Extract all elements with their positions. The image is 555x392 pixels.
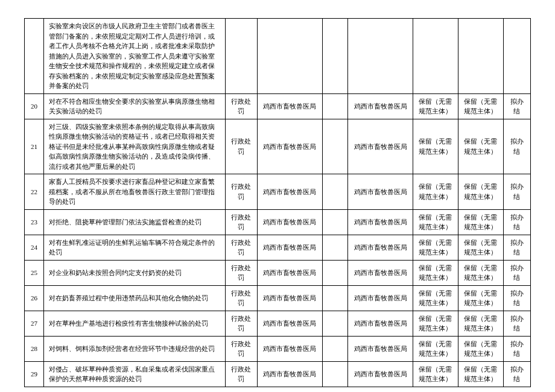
row-type: 行政处罚 bbox=[225, 119, 258, 174]
row-dept-2: 鸡西市畜牧兽医局 bbox=[348, 209, 413, 235]
row-type: 行政处罚 bbox=[225, 174, 258, 210]
row-type: 行政处罚 bbox=[225, 336, 258, 361]
row-result: 拟办结 bbox=[503, 361, 530, 387]
row-result: 拟办结 bbox=[503, 209, 530, 235]
table-row: 23对拒绝、阻挠草种管理部门依法实施监督检查的处罚行政处罚鸡西市畜牧兽医局鸡西市… bbox=[25, 209, 531, 235]
row-description: 对侵占、破坏草种种质资源，私自采集或者采伐国家重点保护的天然草种种质资源的处罚 bbox=[44, 361, 225, 387]
row-dept-1: 鸡西市畜牧兽医局 bbox=[258, 260, 322, 285]
row-keep-1 bbox=[413, 19, 458, 94]
row-index bbox=[25, 19, 44, 94]
row-description: 对有生鲜乳准运证明的生鲜乳运输车辆不符合规定条件的处罚 bbox=[44, 235, 225, 260]
row-type: 行政处罚 bbox=[225, 285, 258, 311]
row-description: 家畜人工授精员不按要求进行家畜品种登记和建立家畜繁殖档案，或者不服从所在地畜牧兽… bbox=[44, 174, 225, 210]
row-keep-2 bbox=[458, 19, 503, 94]
row-dept-1: 鸡西市畜牧兽医局 bbox=[258, 361, 322, 387]
row-keep-2: 保留（无需规范主体） bbox=[458, 311, 503, 336]
row-blank bbox=[322, 311, 348, 336]
row-keep-2: 保留（无需规范主体） bbox=[458, 209, 503, 235]
row-dept-1: 鸡西市畜牧兽医局 bbox=[258, 174, 322, 210]
row-dept-2: 鸡西市畜牧兽医局 bbox=[348, 119, 413, 174]
row-index: 25 bbox=[25, 260, 44, 285]
row-index: 26 bbox=[25, 285, 44, 311]
table-row: 29对侵占、破坏草种种质资源，私自采集或者采伐国家重点保护的天然草种种质资源的处… bbox=[25, 361, 531, 387]
row-type: 行政处罚 bbox=[225, 209, 258, 235]
row-keep-2: 保留（无需规范主体） bbox=[458, 285, 503, 311]
row-dept-1: 鸡西市畜牧兽医局 bbox=[258, 119, 322, 174]
row-index: 20 bbox=[25, 93, 44, 119]
row-dept-2: 鸡西市畜牧兽医局 bbox=[348, 336, 413, 361]
row-dept-1: 鸡西市畜牧兽医局 bbox=[258, 285, 322, 311]
row-type: 行政处罚 bbox=[225, 93, 258, 119]
row-keep-2: 保留（无需规范主体） bbox=[458, 260, 503, 285]
table-row: 22家畜人工授精员不按要求进行家畜品种登记和建立家畜繁殖档案，或者不服从所在地畜… bbox=[25, 174, 531, 210]
row-keep-2: 保留（无需规范主体） bbox=[458, 93, 503, 119]
row-index: 28 bbox=[25, 336, 44, 361]
table-row: 实验室未向设区的市级人民政府卫生主管部门或者兽医主管部门备案的，未依照规定定期对… bbox=[25, 19, 531, 94]
row-dept-2: 鸡西市畜牧兽医局 bbox=[348, 361, 413, 387]
row-keep-1: 保留（无需规范主体） bbox=[413, 209, 458, 235]
row-dept-2: 鸡西市畜牧兽医局 bbox=[348, 260, 413, 285]
row-keep-1: 保留（无需规范主体） bbox=[413, 285, 458, 311]
table-row: 24对有生鲜乳准运证明的生鲜乳运输车辆不符合规定条件的处罚行政处罚鸡西市畜牧兽医… bbox=[25, 235, 531, 260]
row-dept-1: 鸡西市畜牧兽医局 bbox=[258, 235, 322, 260]
row-dept-2: 鸡西市畜牧兽医局 bbox=[348, 235, 413, 260]
row-blank bbox=[322, 209, 348, 235]
row-dept-1: 鸡西市畜牧兽医局 bbox=[258, 311, 322, 336]
row-description: 对拒绝、阻挠草种管理部门依法实施监督检查的处罚 bbox=[44, 209, 225, 235]
row-blank bbox=[322, 174, 348, 210]
row-keep-2: 保留（无需规范主体） bbox=[458, 235, 503, 260]
row-description: 实验室未向设区的市级人民政府卫生主管部门或者兽医主管部门备案的，未依照规定定期对… bbox=[44, 19, 225, 94]
row-result: 拟办结 bbox=[503, 336, 530, 361]
row-dept-1 bbox=[258, 19, 322, 94]
row-dept-1: 鸡西市畜牧兽医局 bbox=[258, 336, 322, 361]
row-blank bbox=[322, 260, 348, 285]
row-blank bbox=[322, 361, 348, 387]
row-index: 21 bbox=[25, 119, 44, 174]
row-keep-1: 保留（无需规范主体） bbox=[413, 93, 458, 119]
row-dept-1: 鸡西市畜牧兽医局 bbox=[258, 93, 322, 119]
row-description: 对在奶畜养殖过程中使用违禁药品和其他化合物的处罚 bbox=[44, 285, 225, 311]
row-type: 行政处罚 bbox=[225, 235, 258, 260]
row-result: 拟办结 bbox=[503, 119, 530, 174]
row-dept-2 bbox=[348, 19, 413, 94]
row-description: 对饲料、饲料添加剂经营者在经营环节中违规经营的处罚 bbox=[44, 336, 225, 361]
row-result bbox=[503, 19, 530, 94]
row-index: 22 bbox=[25, 174, 44, 210]
row-index: 23 bbox=[25, 209, 44, 235]
row-keep-1: 保留（无需规范主体） bbox=[413, 235, 458, 260]
row-blank bbox=[322, 235, 348, 260]
table-row: 26对在奶畜养殖过程中使用违禁药品和其他化合物的处罚行政处罚鸡西市畜牧兽医局鸡西… bbox=[25, 285, 531, 311]
row-dept-1: 鸡西市畜牧兽医局 bbox=[258, 209, 322, 235]
row-dept-2: 鸡西市畜牧兽医局 bbox=[348, 311, 413, 336]
row-description: 对在不符合相应生物安全要求的实验室从事病原微生物相关实验活动的处罚 bbox=[44, 93, 225, 119]
row-type: 行政处罚 bbox=[225, 311, 258, 336]
row-keep-1: 保留（无需规范主体） bbox=[413, 260, 458, 285]
row-keep-2: 保留（无需规范主体） bbox=[458, 336, 503, 361]
row-type bbox=[225, 19, 258, 94]
row-index: 27 bbox=[25, 311, 44, 336]
row-keep-2: 保留（无需规范主体） bbox=[458, 361, 503, 387]
row-result: 拟办结 bbox=[503, 174, 530, 210]
row-blank bbox=[322, 285, 348, 311]
row-keep-1: 保留（无需规范主体） bbox=[413, 119, 458, 174]
row-result: 拟办结 bbox=[503, 93, 530, 119]
row-keep-1: 保留（无需规范主体） bbox=[413, 361, 458, 387]
row-dept-2: 鸡西市畜牧兽医局 bbox=[348, 174, 413, 210]
row-description: 对三级、四级实验室未依照本条例的规定取得从事高致病性病原微生物实验活动的资格证书… bbox=[44, 119, 225, 174]
row-index: 29 bbox=[25, 361, 44, 387]
row-blank bbox=[322, 336, 348, 361]
row-dept-2: 鸡西市畜牧兽医局 bbox=[348, 93, 413, 119]
table-row: 20对在不符合相应生物安全要求的实验室从事病原微生物相关实验活动的处罚行政处罚鸡… bbox=[25, 93, 531, 119]
row-description: 对在草种生产基地进行检疫性有害生物接种试验的处罚 bbox=[44, 311, 225, 336]
row-description: 对企业和奶站未按照合同约定支付奶资的处罚 bbox=[44, 260, 225, 285]
row-result: 拟办结 bbox=[503, 311, 530, 336]
row-keep-2: 保留（无需规范主体） bbox=[458, 174, 503, 210]
table-row: 25对企业和奶站未按照合同约定支付奶资的处罚行政处罚鸡西市畜牧兽医局鸡西市畜牧兽… bbox=[25, 260, 531, 285]
table-row: 21对三级、四级实验室未依照本条例的规定取得从事高致病性病原微生物实验活动的资格… bbox=[25, 119, 531, 174]
row-result: 拟办结 bbox=[503, 260, 530, 285]
row-keep-1: 保留（无需规范主体） bbox=[413, 336, 458, 361]
permit-table: 实验室未向设区的市级人民政府卫生主管部门或者兽医主管部门备案的，未依照规定定期对… bbox=[24, 18, 531, 387]
row-blank bbox=[322, 93, 348, 119]
row-blank bbox=[322, 119, 348, 174]
row-result: 拟办结 bbox=[503, 235, 530, 260]
